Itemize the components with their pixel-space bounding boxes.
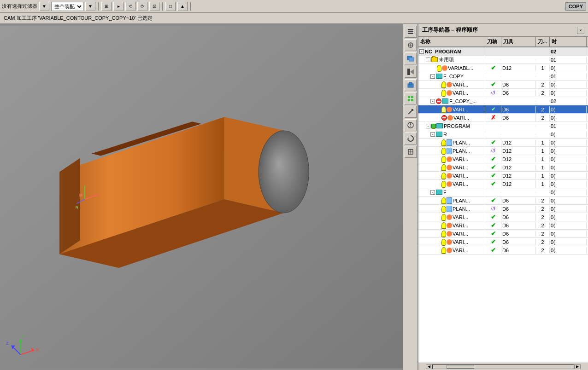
cell-num: 2 <box>536 206 550 212</box>
toggle-btn[interactable]: - <box>426 58 430 62</box>
cell-axis <box>485 134 501 135</box>
toggle-btn[interactable]: - <box>430 132 435 137</box>
op-icon <box>441 247 446 254</box>
cell-name: VARI... <box>418 106 485 113</box>
scrollbar-left-btn[interactable]: ◀ <box>426 364 432 369</box>
cell-name: VARI... <box>418 156 485 163</box>
side-tool-btn-8[interactable] <box>405 119 417 131</box>
cell-name: VARI... <box>418 238 485 246</box>
assembly-dropdown-btn[interactable]: ▼ <box>85 2 95 11</box>
svg-rect-25 <box>407 69 410 75</box>
toolbar-btn-3[interactable]: ⟲ <box>125 2 135 11</box>
toolbar-btn-6[interactable]: □ <box>165 2 176 11</box>
table-row[interactable]: VARI... ✔ D6 2 0( <box>418 213 588 221</box>
toolbar-btn-4[interactable]: ⟳ <box>137 2 147 11</box>
table-row[interactable]: VARI... ✗ D6 2 0( <box>418 114 588 122</box>
table-row[interactable]: - R 0( <box>418 130 588 139</box>
viewport[interactable]: X Y Z M N <box>0 24 403 370</box>
assembly-dropdown[interactable]: 整个装配 <box>51 2 83 11</box>
toggle-btn[interactable]: - <box>426 124 430 128</box>
toolbar-btn-5[interactable]: ⊡ <box>149 2 159 11</box>
cell-num: 1 <box>536 181 550 187</box>
cell-axis <box>485 192 501 193</box>
table-row[interactable]: VARI... ✔ D6 2 0( <box>418 81 588 89</box>
scrollbar-thumb[interactable] <box>447 365 474 369</box>
table-row[interactable]: PLAN... ↺ D6 2 0( <box>418 205 588 213</box>
tree-header: 名称 刀轴 刀具 刀... 时 <box>418 37 588 47</box>
table-row[interactable]: VARI... ✔ D6 2 0( <box>418 230 588 238</box>
side-tool-btn-1[interactable] <box>405 26 417 38</box>
side-tool-btn-5[interactable] <box>405 79 417 91</box>
cell-name: PLAN... <box>418 147 485 155</box>
table-row[interactable]: VARI... ✔ D6 2 0( <box>418 246 588 254</box>
cell-num <box>536 126 550 127</box>
table-row[interactable]: - PROGRAM 01 <box>418 122 588 130</box>
side-tool-btn-6[interactable] <box>405 92 417 104</box>
cell-name: PLAN... <box>418 197 485 204</box>
table-row[interactable]: PLAN... ✔ D12 1 0( <box>418 139 588 147</box>
cell-num: 2 <box>536 197 550 204</box>
cell-num: 2 <box>536 90 550 96</box>
side-tool-btn-2[interactable] <box>405 39 417 51</box>
cell-time: 02 <box>550 98 587 104</box>
table-row[interactable]: PLAN... ✔ D6 2 0( <box>418 197 588 205</box>
table-row[interactable]: VARI... ✔ D6 2 0( <box>418 221 588 230</box>
table-row[interactable]: VARI... ✔ D12 1 0( <box>418 180 588 188</box>
table-row[interactable]: VARI... ✔ D6 2 0( <box>418 105 588 114</box>
cell-axis: ✔ <box>485 197 501 204</box>
cell-tool: D6 <box>501 90 536 96</box>
toolbar-btn-1[interactable]: ⊞ <box>101 2 112 11</box>
cell-num: 2 <box>536 81 550 88</box>
toggle-btn[interactable]: - <box>430 74 435 79</box>
table-row[interactable]: VARI... ✔ D6 2 0( <box>418 238 588 246</box>
cell-tool: D6 <box>501 239 536 245</box>
table-row[interactable]: - F 0( <box>418 188 588 197</box>
table-row[interactable]: - F_COPY_... 02 <box>418 97 588 105</box>
scrollbar-right-btn[interactable]: ▶ <box>574 364 581 369</box>
cell-name: VARI... <box>418 172 485 179</box>
side-tool-btn-3[interactable] <box>405 52 417 64</box>
cell-time: 0( <box>550 239 587 245</box>
cell-name: VARI... <box>418 89 485 97</box>
table-row[interactable]: VARI... ↺ D6 2 0( <box>418 89 588 97</box>
svg-rect-30 <box>411 96 413 98</box>
toggle-btn[interactable]: - <box>430 99 435 104</box>
toggle-btn[interactable]: - <box>430 190 435 195</box>
cell-name: - 未用项 <box>418 56 485 64</box>
table-row[interactable]: - F_COPY 01 <box>418 72 588 81</box>
right-panel: 工序导航器 – 程序顺序 × 名称 刀轴 刀具 刀... 时 - NC_PROG… <box>417 24 588 370</box>
side-tool-btn-4[interactable] <box>405 66 417 78</box>
side-tool-btn-10[interactable] <box>405 146 417 158</box>
table-row[interactable]: - NC_PROGRAM 02 <box>418 47 588 56</box>
table-row[interactable]: VARI... ✔ D12 1 0( <box>418 155 588 163</box>
cell-name: - NC_PROGRAM <box>418 48 485 55</box>
cell-tool <box>501 76 536 77</box>
filter-dropdown-btn[interactable]: ▼ <box>39 2 49 11</box>
side-tool-btn-9[interactable] <box>405 133 417 145</box>
tree-table[interactable]: 名称 刀轴 刀具 刀... 时 - NC_PROGRAM 02 <box>418 37 588 363</box>
table-row[interactable]: - 未用项 01 <box>418 56 588 64</box>
svg-rect-18 <box>408 31 413 32</box>
toolbar-btn-2[interactable]: ▸ <box>113 2 123 11</box>
table-row[interactable]: VARI... ✔ D12 1 0( <box>418 163 588 172</box>
svg-text:Z: Z <box>6 341 9 346</box>
folder-cyan-icon <box>442 98 448 104</box>
cell-name: PLAN... <box>418 139 485 146</box>
table-row[interactable]: VARI... ✔ D12 1 0( <box>418 172 588 180</box>
cell-tool: D12 <box>501 139 536 146</box>
op-type-icon <box>447 231 452 237</box>
toggle-btn[interactable]: - <box>419 49 424 54</box>
scrollbar-track[interactable] <box>432 364 574 369</box>
main-content: X Y Z M N <box>0 24 588 370</box>
cell-num <box>536 134 550 135</box>
cell-time: 0( <box>550 148 587 154</box>
table-row[interactable]: PLAN... ↺ D12 1 0( <box>418 147 588 155</box>
op-icon <box>441 214 446 220</box>
panel-close-btn[interactable]: × <box>577 27 584 34</box>
cell-tool <box>501 134 536 135</box>
header-num: 刀... <box>536 37 550 46</box>
side-tool-btn-7[interactable] <box>405 106 417 118</box>
toolbar-btn-7[interactable]: ▲ <box>177 2 188 11</box>
table-row[interactable]: VARIABL... ✔ D12 1 0( <box>418 64 588 72</box>
cell-num: 1 <box>536 173 550 179</box>
